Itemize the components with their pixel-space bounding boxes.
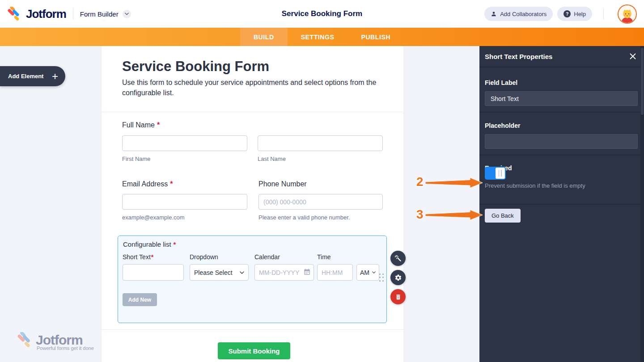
full-name-label: Full Name* (122, 121, 160, 129)
tab-build[interactable]: BUILD (240, 28, 288, 46)
annotation-step-2: 2 (416, 175, 424, 189)
top-header: Jotform Form Builder Service Booking For… (0, 0, 644, 28)
annotation-arrow-2 (425, 177, 483, 189)
annotation-step-3: 3 (416, 207, 424, 222)
add-element-button[interactable]: Add Element + (0, 66, 65, 86)
phone-label: Phone Number (258, 180, 307, 188)
required-hint: Prevent submission if the field is empty (485, 182, 585, 189)
panel-scrollbar[interactable] (640, 46, 644, 362)
watermark-logo-icon (17, 332, 33, 348)
required-section: Required Prevent submission if the field… (479, 156, 644, 205)
list-short-text-input[interactable] (123, 264, 184, 281)
last-name-input[interactable] (258, 135, 383, 151)
form-footer: Submit Booking (102, 329, 403, 362)
list-time-input[interactable] (317, 264, 353, 281)
add-collaborators-button[interactable]: Add Collaborators (484, 7, 553, 21)
add-collaborators-label: Add Collaborators (500, 11, 547, 17)
required-toggle[interactable] (485, 167, 506, 180)
person-icon (491, 11, 497, 17)
tab-publish[interactable]: PUBLISH (347, 28, 404, 46)
list-ampm-select[interactable]: AM (356, 264, 379, 281)
list-dropdown-select[interactable]: Please Select (190, 264, 249, 281)
watermark-tagline: Powerful forms get it done (37, 345, 97, 351)
close-icon (630, 53, 636, 59)
required-asterisk: * (170, 180, 173, 188)
email-sublabel: example@example.com (122, 214, 185, 221)
toggle-knob (496, 168, 505, 179)
configurable-list-field[interactable]: Configurable list* Short Text* Dropdown … (118, 236, 387, 323)
placeholder-heading: Placeholder (485, 122, 520, 129)
chevron-down-icon (123, 10, 131, 18)
col-calendar-label: Calendar (254, 253, 280, 261)
magic-wand-icon (394, 255, 402, 262)
logo-wordmark: Jotform (26, 7, 66, 21)
help-label: Help (574, 11, 586, 17)
placeholder-section: Placeholder (479, 113, 644, 156)
col-short-text-label: Short Text* (123, 253, 153, 261)
panel-title: Short Text Properties (485, 53, 552, 60)
tab-settings[interactable]: SETTINGS (288, 28, 348, 46)
avatar-cat-illustration (619, 5, 636, 23)
header-divider (73, 8, 73, 20)
question-icon: ? (564, 10, 571, 17)
email-input[interactable] (122, 194, 247, 210)
jotform-form-builder: Jotform Form Builder Service Booking For… (0, 0, 644, 362)
calendar-icon (303, 268, 311, 276)
go-back-section: Go Back (479, 205, 644, 232)
field-label-heading: Field Label (485, 79, 517, 86)
delete-field-button[interactable] (390, 289, 406, 304)
chevron-down-icon (372, 271, 376, 274)
help-button[interactable]: ? Help (557, 7, 592, 21)
phone-input[interactable] (258, 194, 383, 210)
list-calendar-field[interactable] (254, 264, 314, 281)
configurable-list-label: Configurable list* (123, 240, 176, 248)
close-panel-button[interactable] (628, 51, 638, 61)
submit-booking-button[interactable]: Submit Booking (218, 342, 290, 359)
builder-nav: BUILD SETTINGS PUBLISH (0, 28, 644, 46)
form-title: Service Booking Form (122, 59, 269, 75)
jotform-logo[interactable]: Jotform (7, 7, 66, 21)
drag-handle[interactable] (379, 274, 385, 282)
workspace: Add Element + Service Booking Form Use t… (0, 46, 644, 362)
go-back-button[interactable]: Go Back (485, 209, 521, 223)
add-new-row-button[interactable]: Add New (123, 293, 157, 306)
annotation-arrow-3 (425, 209, 483, 221)
app-name: Form Builder (80, 10, 119, 18)
header-divider-2 (603, 8, 604, 20)
form-canvas: Service Booking Form Use this form to sc… (102, 46, 403, 362)
dropdown-value: Please Select (194, 269, 233, 276)
last-name-sublabel: Last Name (258, 156, 286, 162)
field-settings-button[interactable] (390, 270, 406, 285)
ampm-value: AM (360, 269, 369, 276)
magic-wand-button[interactable] (390, 251, 406, 266)
required-asterisk: * (174, 240, 176, 248)
chevron-down-icon (240, 271, 244, 274)
required-asterisk: * (157, 121, 160, 129)
form-description: Use this form to schedule your service a… (122, 77, 377, 98)
placeholder-input[interactable] (485, 134, 638, 149)
form-header-block[interactable]: Service Booking Form Use this form to sc… (102, 46, 403, 112)
phone-sublabel: Please enter a valid phone number. (258, 214, 350, 221)
col-time-label: Time (317, 253, 331, 261)
email-label: Email Address* (122, 180, 173, 188)
first-name-input[interactable] (122, 135, 247, 151)
scrollbar-thumb[interactable] (641, 48, 644, 115)
plus-icon: + (52, 71, 58, 82)
add-element-label: Add Element (8, 73, 43, 80)
user-avatar[interactable] (618, 4, 637, 24)
field-label-section: Field Label (479, 67, 644, 113)
gear-icon (394, 274, 402, 282)
jotform-logo-icon (7, 7, 22, 21)
jotform-watermark[interactable]: Jotform Powerful forms get it done (17, 332, 97, 351)
col-dropdown-label: Dropdown (190, 253, 218, 261)
trash-icon (395, 294, 402, 300)
properties-panel: Short Text Properties Field Label Placeh… (479, 46, 644, 362)
first-name-sublabel: First Name (122, 156, 151, 162)
app-switcher[interactable]: Form Builder (80, 10, 131, 18)
field-label-input[interactable] (485, 91, 638, 106)
